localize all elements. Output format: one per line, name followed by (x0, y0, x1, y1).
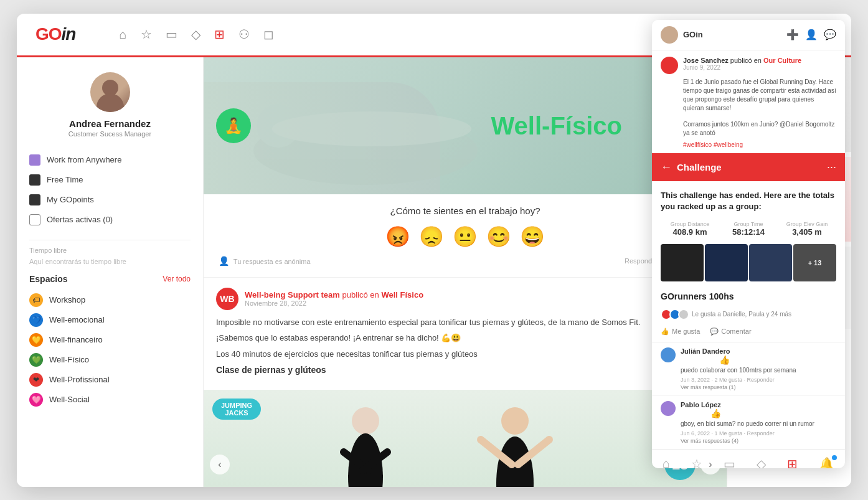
free-time-icon (29, 174, 40, 186)
free-time-desc: Aquí encontrarás tu tiempo libre (29, 258, 191, 265)
overlay-post-author: Jose Sanchez publicó en Our Culture (683, 57, 836, 64)
exercise-badge: JUMPINGJACKS (212, 399, 261, 420)
hero-banner: 🧘 Well-Físico (204, 57, 727, 194)
avatar (90, 72, 130, 112)
nav-home-icon[interactable]: ⌂ (119, 27, 126, 42)
free-time-section: Tiempo libre Aquí encontrarás tu tiempo … (29, 240, 191, 265)
overlay-people-icon[interactable]: 👤 (805, 29, 818, 40)
space-item-well-financeiro[interactable]: 💛 Well-financeiro (29, 330, 191, 350)
mood-sad[interactable]: 😞 (419, 225, 444, 248)
nav-star-icon[interactable]: ☆ (141, 27, 152, 42)
overlay-panel: GOin ➕ 👤 💬 Jose Sanchez publicó en Our C… (652, 20, 845, 468)
photo-1 (661, 244, 704, 281)
overlay-post-date: Junio 9, 2022 (683, 64, 836, 71)
overlay-nav-docs[interactable]: ▭ (724, 456, 735, 468)
comment-1-meta: Jun 3, 2022 · 2 Me gusta · Responder (661, 377, 836, 383)
challenge-ended-text: This challenge has ended. Here are the t… (652, 181, 845, 221)
space-item-well-social[interactable]: 🩷 Well-Social (29, 390, 191, 410)
ofertas-icon (29, 214, 40, 225)
post-highlight: Clase de piernas y glúteos (216, 365, 714, 375)
spaces-title: Espacios (29, 274, 67, 284)
overlay-tags: #wellfísico #wellbeing (652, 141, 845, 153)
sidebar-item-work-from-anywhere[interactable]: Work from Anywhere (29, 150, 191, 170)
well-social-icon: 🩷 (29, 393, 43, 407)
comment-2-avatar (661, 401, 676, 416)
overlay-nav-shield[interactable]: ◇ (757, 456, 766, 468)
sidebar: Andrea Fernandez Customer Sucess Manager… (17, 57, 204, 487)
mood-emojis: 😡 😞 😐 😊 😄 (216, 225, 714, 248)
nav-docs-icon[interactable]: ▭ (166, 27, 177, 42)
spaces-section: Espacios Ver todo 🏷 Workshop 💙 Well-emoc… (29, 274, 191, 410)
nav-calendar-icon[interactable]: ⊞ (214, 27, 225, 42)
space-item-well-emocional[interactable]: 💙 Well-emocional (29, 310, 191, 330)
carousel-prev-btn[interactable]: ‹ (210, 455, 230, 474)
anonymous-text: 👤 Tu respuesta es anónima (219, 256, 311, 266)
like-btn[interactable]: 👍 Me gusta (661, 328, 710, 336)
mood-very-happy[interactable]: 😄 (520, 225, 545, 248)
gopoints-icon (29, 194, 40, 205)
svg-point-2 (272, 111, 471, 146)
sidebar-item-gopoints[interactable]: My GOpoints (29, 190, 191, 210)
overlay-bottom-nav: ⌂ ☆ ▭ ◇ ⊞ 🔔 (652, 450, 845, 468)
challenge-stats: Group Distance 408.9 km Group Time 58:12… (652, 221, 845, 244)
sidebar-item-free-time[interactable]: Free Time (29, 170, 191, 190)
main-feed: 🧘 Well-Físico ¿Cómo te sientes en el tra… (204, 57, 727, 487)
challenge-detail-menu[interactable]: ··· (827, 161, 836, 174)
challenge-back-btn[interactable]: ← (661, 161, 672, 174)
overlay-post-avatar (661, 57, 678, 74)
well-profissional-icon: ❤ (29, 373, 43, 387)
nav-people-icon[interactable]: ⚇ (238, 27, 250, 42)
svg-point-10 (496, 436, 534, 487)
comment-2-body: gboy, en bici suma? no puedo correr ni u… (661, 420, 836, 428)
overlay-chat-icon[interactable]: 💬 (824, 29, 836, 40)
sidebar-menu: Work from Anywhere Free Time My GOpoints… (29, 150, 191, 230)
profile-section: Andrea Fernandez Customer Sucess Manager (29, 72, 191, 138)
nav-shield-icon[interactable]: ◇ (191, 27, 200, 42)
space-item-well-profissional[interactable]: ❤ Well-Profissional (29, 370, 191, 390)
svg-point-9 (501, 407, 529, 435)
overlay-avatar (661, 26, 678, 44)
app-logo: GOin (35, 24, 75, 44)
space-item-well-fisico[interactable]: 💚 Well-Físico (29, 350, 191, 370)
photo-plus: + 13 (793, 244, 836, 281)
challenge-detail-header: ← Challenge ··· (652, 153, 845, 181)
workshop-icon: 🏷 (29, 293, 43, 307)
work-from-anywhere-icon (29, 154, 40, 166)
carousel-next-btn[interactable]: › (701, 455, 720, 474)
challenge-group-name: GOrunners 100hs (652, 289, 845, 306)
post-date: Noviembre 28, 2022 (245, 300, 714, 307)
mood-neutral[interactable]: 😐 (453, 225, 478, 248)
overlay-nav-home[interactable]: ⌂ (663, 456, 670, 468)
profile-name: Andrea Fernandez (69, 118, 151, 129)
mood-happy[interactable]: 😊 (486, 225, 511, 248)
post-author: Well-being Support team publicó en Well … (245, 290, 714, 300)
reaction-avatar-3 (678, 309, 689, 320)
mood-footer: 👤 Tu respuesta es anónima Responder en o… (216, 256, 714, 266)
challenge-detail-title: Challenge (677, 162, 822, 172)
overlay-nav-calendar[interactable]: ⊞ (787, 456, 798, 468)
challenge-actions: 👍 Me gusta 💬 Comentar (652, 325, 845, 342)
sidebar-item-ofertas[interactable]: Ofertas activas (0) (29, 210, 191, 230)
challenge-reactions: Le gusta a Danielle, Paula y 24 más (652, 306, 845, 325)
spaces-ver-todo[interactable]: Ver todo (163, 275, 191, 283)
reaction-text: Le gusta a Danielle, Paula y 24 más (692, 311, 791, 318)
comment-1-ver-mas[interactable]: Ver más respuesta (1) (661, 384, 836, 390)
free-time-label: Tiempo libre (29, 247, 191, 254)
well-emocional-icon: 💙 (29, 313, 43, 327)
mood-question: ¿Cómo te sientes en el trabajo hoy? (216, 205, 714, 216)
overlay-add-icon[interactable]: ➕ (786, 29, 799, 40)
comment-2-like-btn[interactable]: 👍 (710, 408, 721, 418)
post-author-avatar: WB (216, 288, 238, 310)
banner-title: Well-Físico (491, 111, 622, 139)
challenge-stat-elev: Group Elev Gain 3,405 m (778, 221, 836, 237)
comment-btn[interactable]: 💬 Comentar (710, 328, 761, 336)
mood-very-sad[interactable]: 😡 (385, 225, 410, 248)
comment-1-like-btn[interactable]: 👍 (719, 355, 730, 365)
comment-2-ver-mas[interactable]: Ver más respuestas (4) (661, 438, 836, 444)
space-item-workshop[interactable]: 🏷 Workshop (29, 290, 191, 310)
overlay-title: GOin (683, 30, 781, 39)
post-body: Imposible no motivarse con este entrenam… (216, 316, 714, 361)
nav-chat-icon[interactable]: ◻ (263, 27, 274, 42)
challenge-stat-distance: Group Distance 408.9 km (661, 221, 719, 237)
overlay-nav-bell[interactable]: 🔔 (819, 456, 834, 468)
